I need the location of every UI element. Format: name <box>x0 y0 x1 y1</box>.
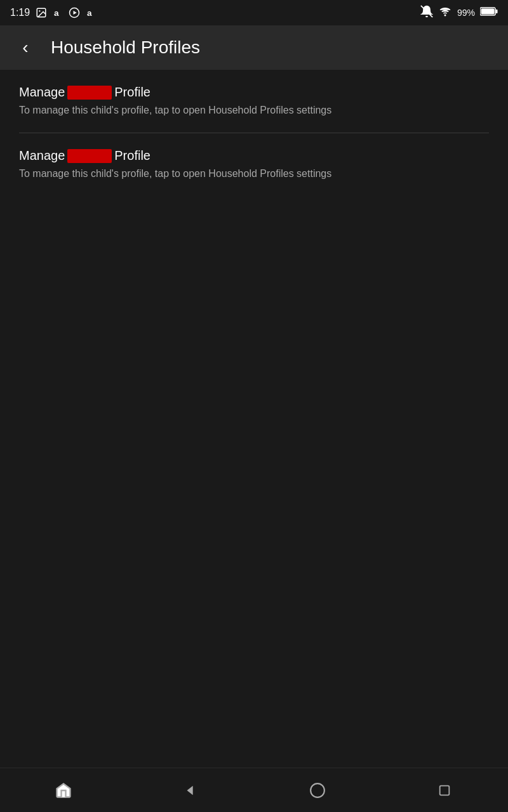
svg-text:a: a <box>54 8 59 18</box>
battery-icon <box>480 6 498 19</box>
nav-home-button[interactable] <box>44 775 83 806</box>
square-icon <box>438 783 451 797</box>
circle-icon <box>309 782 326 799</box>
status-time: 1:19 <box>10 7 30 18</box>
svg-point-1 <box>39 10 40 11</box>
profile-title-1: Manage Profile <box>19 85 489 100</box>
profile-name-redacted-2 <box>67 149 112 163</box>
svg-marker-11 <box>187 785 193 795</box>
svg-rect-9 <box>496 10 498 13</box>
profile-subtitle-2: To manage this child's profile, tap to o… <box>19 167 489 181</box>
page-title: Household Profiles <box>51 37 200 58</box>
profile-title-2: Manage Profile <box>19 148 489 163</box>
back-arrow-icon: ‹ <box>22 39 28 56</box>
profile-item-1[interactable]: Manage Profile To manage this child's pr… <box>0 70 508 133</box>
profile-suffix-2: Profile <box>114 148 150 163</box>
svg-point-7 <box>444 15 446 16</box>
amazon-alt-icon: a <box>84 6 97 19</box>
nav-square-button[interactable] <box>425 775 464 806</box>
back-triangle-icon <box>184 783 197 797</box>
gallery-icon <box>35 6 48 19</box>
profile-prefix-1: Manage <box>19 85 65 100</box>
profile-prefix-2: Manage <box>19 148 65 163</box>
back-button[interactable]: ‹ <box>13 35 38 60</box>
status-right: 99% <box>420 5 498 20</box>
bottom-nav <box>0 768 508 812</box>
bell-muted-icon <box>420 5 433 20</box>
battery-percent: 99% <box>457 8 475 18</box>
nav-back-button[interactable] <box>171 775 210 806</box>
svg-marker-4 <box>74 11 77 15</box>
nav-circle-button[interactable] <box>298 775 337 806</box>
profile-name-redacted-1 <box>67 86 112 100</box>
svg-point-12 <box>311 783 324 797</box>
svg-rect-13 <box>440 785 450 795</box>
profile-suffix-1: Profile <box>114 85 150 100</box>
wifi-icon <box>438 6 452 20</box>
profile-subtitle-1: To manage this child's profile, tap to o… <box>19 103 489 117</box>
app-bar: ‹ Household Profiles <box>0 25 508 70</box>
content-area: Manage Profile To manage this child's pr… <box>0 70 508 197</box>
status-left: 1:19 a <box>10 6 97 19</box>
svg-rect-10 <box>481 9 495 15</box>
svg-text:a: a <box>87 8 92 18</box>
home-icon <box>55 782 72 799</box>
amazon-icon: a <box>51 6 64 19</box>
status-icons: a a <box>35 6 97 19</box>
profile-item-2[interactable]: Manage Profile To manage this child's pr… <box>0 133 508 196</box>
status-bar: 1:19 a <box>0 0 508 25</box>
play-icon <box>68 6 81 19</box>
